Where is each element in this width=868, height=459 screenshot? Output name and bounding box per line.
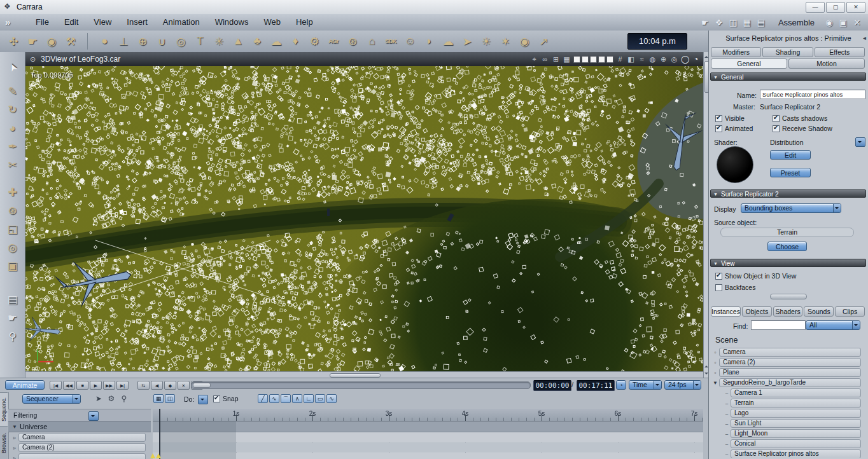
scene-item-label[interactable]: SegundoReino_b_largoTarde xyxy=(719,378,861,387)
play-button[interactable]: ▶ xyxy=(90,381,102,390)
tween-arc-button[interactable]: ⌒ xyxy=(281,394,291,403)
loop-button[interactable]: ⇆ xyxy=(137,381,150,390)
scene-item-label[interactable]: Surface Replicator pinos altos xyxy=(731,449,861,458)
menu-item[interactable]: Web xyxy=(256,14,288,31)
checkbox-icon[interactable] xyxy=(773,125,780,132)
wireframe-mode-button[interactable] xyxy=(573,56,580,63)
scene-item-label[interactable]: Sun Light xyxy=(731,419,861,428)
scene-item-label[interactable]: Camera xyxy=(719,348,861,357)
property-checkbox[interactable]: Animated xyxy=(715,125,773,132)
model-room-icon[interactable]: ❖ xyxy=(712,18,726,27)
animate-button[interactable]: Animate xyxy=(5,380,45,390)
time-mode-dropdown[interactable]: Time xyxy=(629,380,662,390)
edit-button[interactable]: Edit xyxy=(770,150,811,160)
scene-item[interactable]: – Conical xyxy=(711,439,866,449)
scissors-icon[interactable]: ✂ xyxy=(1,156,24,174)
blue-ball-icon[interactable]: ◔ xyxy=(691,55,701,64)
playhead-marker-icon[interactable] xyxy=(156,453,161,458)
scene-item[interactable]: ▫ Camera (2) xyxy=(711,357,866,367)
tree-toggle-icon[interactable]: ▹ xyxy=(11,445,18,451)
do-dropdown[interactable] xyxy=(198,395,208,404)
panel-subtab[interactable]: General xyxy=(711,58,787,69)
section-header-replicator[interactable]: Surface Replicator 2 xyxy=(710,189,866,198)
section-header-view[interactable]: View xyxy=(710,259,866,267)
shader-preview-ball[interactable] xyxy=(717,146,753,183)
filtering-dropdown[interactable] xyxy=(88,411,99,421)
tree-row[interactable]: ▹ Camera (2) xyxy=(8,442,151,453)
tree-row[interactable]: ▼ Universe xyxy=(8,421,151,432)
checkbox-icon[interactable] xyxy=(715,125,722,132)
scroll-up-icon[interactable] xyxy=(704,362,708,369)
scene-item[interactable]: – Sun Light xyxy=(711,418,866,428)
terrain-tool-icon[interactable]: ▲ xyxy=(228,35,248,48)
tree-toggle-icon[interactable]: ▹ xyxy=(11,455,18,459)
timeline-ruler[interactable]: 1s2s3s4s5s6s7s xyxy=(153,409,703,421)
sphere-tool-icon[interactable]: ● xyxy=(95,35,114,48)
scene-item[interactable]: – Camera 1 xyxy=(711,388,866,398)
magnifier-icon[interactable]: ⚲ xyxy=(118,394,130,403)
link-icon[interactable]: ∞ xyxy=(540,55,550,64)
orbit-tool-icon[interactable]: ◉ xyxy=(515,35,534,48)
orbit-icon[interactable]: ⊛ xyxy=(1,202,24,220)
close-button[interactable]: ✕ xyxy=(846,2,865,13)
menu-item[interactable]: View xyxy=(86,14,119,31)
horizontal-scroll-thumb[interactable] xyxy=(330,373,381,378)
swirl-tool-icon[interactable]: ◉ xyxy=(42,35,61,48)
show-tracks-button[interactable]: ▦ xyxy=(153,394,164,403)
scene-item[interactable]: – Light_Moon xyxy=(711,428,866,439)
preview-eye-icon[interactable]: ◉ xyxy=(822,18,836,27)
scene-item-label[interactable]: Conical xyxy=(731,439,861,448)
go-end-button[interactable]: ▶| xyxy=(116,381,129,390)
go-start-button[interactable]: |◀ xyxy=(50,381,62,390)
tween-linear-button[interactable]: ╱ xyxy=(258,394,268,403)
tree-row[interactable]: ▹ xyxy=(8,453,151,459)
maximize-button[interactable]: ▢ xyxy=(826,2,845,13)
tree-row-label[interactable]: Universe xyxy=(18,423,146,430)
view-checkbox[interactable]: Show Object in 3D View xyxy=(715,272,796,280)
tree-toggle-icon[interactable]: ▹ xyxy=(11,435,18,441)
browser-tab[interactable]: Shaders xyxy=(773,306,803,317)
agr-tool-icon[interactable]: AGr xyxy=(324,38,343,45)
cloud-tool-icon[interactable]: ☁ xyxy=(267,35,286,48)
lathe-tool-icon[interactable]: ∪ xyxy=(152,35,171,48)
home-tool-icon[interactable]: ⌂ xyxy=(362,35,381,48)
panel-subtab[interactable]: Motion xyxy=(788,58,865,69)
checkbox-icon[interactable] xyxy=(773,115,780,122)
snap-checkbox[interactable]: Snap xyxy=(213,395,239,402)
viewport-menu-icon[interactable]: ⊙ xyxy=(30,52,36,66)
tree-toggle-icon[interactable]: – xyxy=(723,421,731,427)
plant-tool-icon[interactable]: ♣ xyxy=(248,35,267,48)
next-frame-button[interactable]: ▶▶ xyxy=(103,381,115,390)
filtering-row[interactable]: Filtering xyxy=(8,409,151,421)
menu-item[interactable]: Insert xyxy=(119,14,155,31)
cube-icon[interactable]: ▣ xyxy=(1,257,24,275)
sdk-tool-icon[interactable]: SDK xyxy=(381,38,400,45)
property-checkbox[interactable]: Casts shadows xyxy=(773,114,832,122)
production-frame-icon[interactable]: # xyxy=(615,55,625,64)
spline-object-icon[interactable]: ⊥ xyxy=(114,35,133,48)
scene-item-label[interactable]: Terrain xyxy=(731,399,861,408)
gear-tool-icon[interactable]: ⚙ xyxy=(305,35,324,48)
section-header-general[interactable]: General xyxy=(710,72,866,81)
sun-tool-icon[interactable]: ☀ xyxy=(477,35,496,48)
scene-item[interactable]: – Terrain xyxy=(711,398,866,408)
scene-item-label[interactable]: Camera (2) xyxy=(719,358,861,367)
white-ball-icon[interactable]: ◯ xyxy=(680,55,690,64)
zoom-icon[interactable]: ⚲ xyxy=(1,327,24,346)
globe-tool-icon[interactable]: ⊕ xyxy=(133,35,152,48)
tree-toggle-icon[interactable]: ▫ xyxy=(711,350,719,355)
tree-row[interactable]: ▹ Camera xyxy=(8,432,151,442)
target-icon[interactable]: ◎ xyxy=(1,238,24,257)
tween-custom-button[interactable]: ∿ xyxy=(326,394,337,403)
stack-icon[interactable]: ▤ xyxy=(1,291,24,309)
find-filter-dropdown[interactable]: All xyxy=(806,320,860,330)
delete-key-button[interactable]: ✕ xyxy=(178,381,190,390)
particles-tool-icon[interactable]: ✳ xyxy=(209,35,228,48)
hand-room-icon[interactable]: ☛ xyxy=(698,18,712,27)
browser-tab[interactable]: Sounds xyxy=(804,306,834,317)
close-document-icon[interactable]: ✕ xyxy=(850,18,864,27)
lit-wireframe-mode-button[interactable] xyxy=(582,56,589,63)
timeline-scrubber[interactable] xyxy=(191,381,531,389)
scroll-down-icon[interactable] xyxy=(704,370,708,376)
tree-row-label[interactable] xyxy=(18,453,146,459)
